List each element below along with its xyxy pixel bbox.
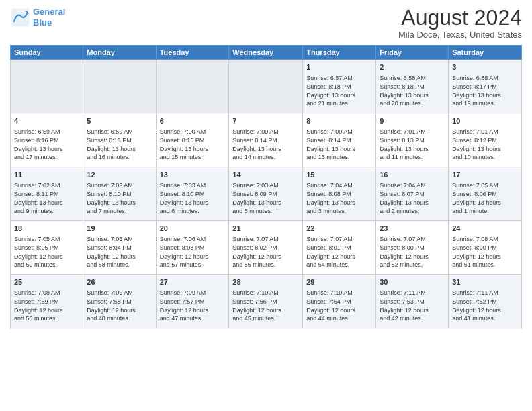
day-info: Sunrise: 7:08 AM [452,235,518,244]
day-info: Sunrise: 7:07 AM [306,235,372,244]
table-row: 12Sunrise: 7:02 AMSunset: 8:10 PMDayligh… [83,167,156,221]
day-info: Daylight: 13 hours [14,145,79,154]
col-friday: Friday [376,46,449,60]
day-info: Daylight: 12 hours [87,253,152,261]
day-info: Sunset: 8:04 PM [87,244,152,253]
table-row: 19Sunrise: 7:06 AMSunset: 8:04 PMDayligh… [83,221,156,275]
day-info: and 19 minutes. [452,99,518,108]
day-info: and 48 minutes. [87,314,152,323]
table-row [156,60,229,113]
day-number: 11 [14,170,79,180]
day-info: Daylight: 13 hours [160,199,226,208]
table-row: 1Sunrise: 6:57 AMSunset: 8:18 PMDaylight… [303,60,376,113]
day-info: and 1 minute. [452,207,518,216]
day-number: 26 [87,277,152,287]
table-row: 13Sunrise: 7:03 AMSunset: 8:10 PMDayligh… [156,167,229,221]
day-info: and 59 minutes. [14,261,79,269]
day-info: and 20 minutes. [380,99,445,108]
day-number: 31 [452,277,518,287]
day-info: Sunrise: 7:09 AM [87,289,152,298]
table-row: 8Sunrise: 7:00 AMSunset: 8:14 PMDaylight… [303,113,376,167]
col-thursday: Thursday [303,46,376,60]
calendar-week-row: 11Sunrise: 7:02 AMSunset: 8:11 PMDayligh… [11,167,522,221]
day-info: and 54 minutes. [306,261,372,269]
day-info: Daylight: 12 hours [306,306,372,315]
table-row: 26Sunrise: 7:09 AMSunset: 7:58 PMDayligh… [83,275,156,328]
day-info: Sunrise: 7:00 AM [232,128,299,136]
day-info: and 9 minutes. [14,207,79,216]
day-info: Sunset: 8:07 PM [380,190,445,199]
day-info: and 42 minutes. [380,314,445,323]
table-row: 15Sunrise: 7:04 AMSunset: 8:08 PMDayligh… [303,167,376,221]
day-number: 20 [160,224,226,234]
table-row: 3Sunrise: 6:58 AMSunset: 8:17 PMDaylight… [449,60,522,113]
day-info: Sunrise: 6:58 AM [452,74,518,83]
day-info: Sunset: 8:15 PM [160,136,226,145]
table-row: 22Sunrise: 7:07 AMSunset: 8:01 PMDayligh… [303,221,376,275]
day-number: 3 [452,62,518,73]
day-info: and 55 minutes. [232,261,299,269]
table-row: 21Sunrise: 7:07 AMSunset: 8:02 PMDayligh… [229,221,303,275]
table-row: 29Sunrise: 7:10 AMSunset: 7:54 PMDayligh… [303,275,376,328]
day-info: Sunrise: 6:58 AM [380,74,445,83]
day-number: 12 [87,170,152,180]
day-info: Sunrise: 7:07 AM [380,235,445,244]
day-number: 22 [306,224,372,234]
day-info: Sunrise: 6:59 AM [87,128,152,136]
day-info: and 7 minutes. [87,207,152,216]
day-info: Sunset: 8:11 PM [14,190,79,199]
table-row [11,60,83,113]
day-info: Sunset: 8:10 PM [87,190,152,199]
logo-text: General Blue [33,7,65,28]
day-info: Sunrise: 7:04 AM [380,181,445,190]
day-info: and 44 minutes. [306,314,372,323]
day-number: 18 [14,224,79,234]
day-info: and 11 minutes. [380,153,445,162]
day-info: Sunrise: 7:08 AM [14,289,79,298]
day-info: and 16 minutes. [87,153,152,162]
day-info: Sunset: 8:05 PM [14,244,79,253]
day-number: 6 [160,116,226,126]
day-info: and 51 minutes. [452,261,518,269]
day-info: and 50 minutes. [14,314,79,323]
page: General Blue August 2024 Mila Doce, Texa… [0,0,532,411]
day-info: Daylight: 13 hours [306,145,372,154]
day-number: 17 [452,170,518,180]
day-info: Sunset: 7:53 PM [380,298,445,306]
day-info: Sunrise: 7:10 AM [232,289,299,298]
table-row: 11Sunrise: 7:02 AMSunset: 8:11 PMDayligh… [11,167,83,221]
calendar-table: Sunday Monday Tuesday Wednesday Thursday… [10,45,522,328]
day-info: and 6 minutes. [160,207,226,216]
day-info: Daylight: 12 hours [452,306,518,315]
day-info: Daylight: 13 hours [306,91,372,100]
day-info: Sunrise: 7:03 AM [232,181,299,190]
day-info: Daylight: 12 hours [380,306,445,315]
day-number: 24 [452,224,518,234]
table-row: 16Sunrise: 7:04 AMSunset: 8:07 PMDayligh… [376,167,449,221]
col-tuesday: Tuesday [156,46,229,60]
day-info: Daylight: 13 hours [306,199,372,208]
day-number: 25 [14,277,79,287]
table-row: 25Sunrise: 7:08 AMSunset: 7:59 PMDayligh… [11,275,83,328]
day-info: and 57 minutes. [160,261,226,269]
table-row: 18Sunrise: 7:05 AMSunset: 8:05 PMDayligh… [11,221,83,275]
table-row: 9Sunrise: 7:01 AMSunset: 8:13 PMDaylight… [376,113,449,167]
table-row: 10Sunrise: 7:01 AMSunset: 8:12 PMDayligh… [449,113,522,167]
day-info: Daylight: 13 hours [232,199,299,208]
day-number: 4 [14,116,79,126]
day-info: Sunrise: 7:10 AM [306,289,372,298]
calendar-header-row: Sunday Monday Tuesday Wednesday Thursday… [11,46,522,60]
day-info: Daylight: 12 hours [380,253,445,261]
day-info: Daylight: 13 hours [380,145,445,154]
table-row [83,60,156,113]
day-number: 13 [160,170,226,180]
day-info: Daylight: 12 hours [14,253,79,261]
day-number: 1 [306,62,372,73]
logo-icon [10,7,30,28]
day-number: 7 [232,116,299,126]
table-row [229,60,303,113]
table-row: 7Sunrise: 7:00 AMSunset: 8:14 PMDaylight… [229,113,303,167]
day-info: Sunset: 8:14 PM [232,136,299,145]
day-info: and 21 minutes. [306,99,372,108]
day-info: Sunset: 8:16 PM [87,136,152,145]
